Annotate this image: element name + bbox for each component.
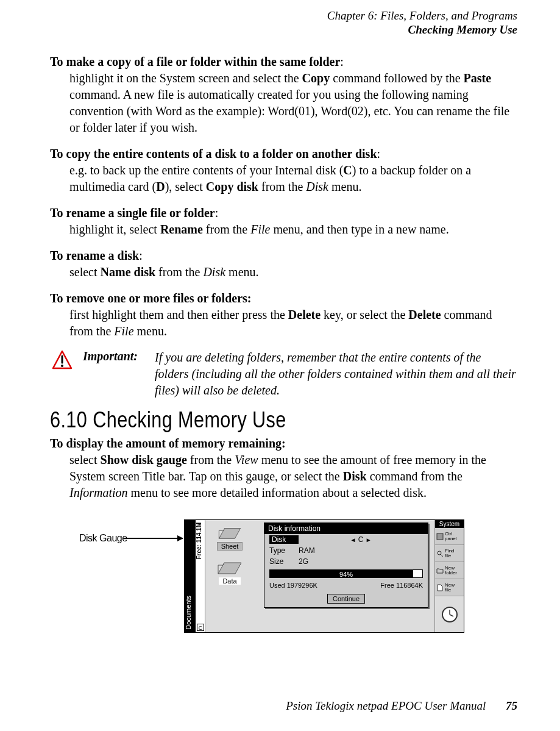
new-file-button[interactable]: New file [435, 579, 464, 596]
file-icon [436, 584, 444, 591]
svg-line-4 [441, 554, 443, 557]
paragraph-rename-file: To rename a single file or folder: highl… [50, 205, 517, 238]
paragraph-rename-disk: To rename a disk: select Name disk from … [50, 248, 517, 280]
right-arrow-icon[interactable]: ► [366, 537, 372, 543]
page-number: 75 [506, 699, 517, 712]
lead: To display the amount of memory remainin… [50, 437, 286, 450]
dialog-title: Disk information [264, 523, 428, 534]
sheet-label: Sheet [217, 542, 243, 551]
clock-icon[interactable] [435, 596, 464, 632]
important-label: Important: [83, 349, 146, 399]
body: e.g. to back up the entire contents of y… [69, 162, 517, 195]
arrow-icon [124, 538, 183, 539]
body: highlight it, select Rename from the Fil… [69, 221, 517, 238]
ctrl-panel-button[interactable]: Ctrl. panel [435, 528, 464, 545]
type-key: Type [269, 546, 299, 555]
type-value: RAM [299, 546, 315, 555]
find-file-button[interactable]: Find file [435, 545, 464, 562]
footer-title: Psion Teklogix netpad EPOC User Manual [286, 699, 486, 712]
data-label: Data [219, 577, 240, 585]
paragraph-copy-same-folder: To make a copy of a file or folder withi… [50, 54, 517, 136]
epoc-screenshot: Documents Free: 114.1M C Sheet Data [184, 519, 464, 633]
continue-button[interactable]: Continue [327, 594, 365, 604]
new-folder-button[interactable]: New folder [435, 562, 464, 579]
paragraph-display-memory: To display the amount of memory remainin… [50, 435, 517, 501]
drive-indicator: C [197, 624, 204, 631]
disk-selector[interactable]: ◄ C ► [299, 535, 423, 544]
important-text: If you are deleting folders, remember th… [155, 349, 517, 399]
folder-icon [436, 567, 444, 574]
svg-rect-2 [437, 533, 443, 540]
left-arrow-icon[interactable]: ◄ [350, 537, 356, 543]
system-header: System [435, 520, 464, 528]
body: select Show disk gauge from the View men… [69, 452, 517, 501]
page-content: To make a copy of a file or folder withi… [50, 54, 517, 519]
system-sidebar: System Ctrl. panel Find file New folder … [434, 520, 464, 632]
figure-label: Disk Gauge [79, 533, 127, 544]
body: select Name disk from the Disk menu. [69, 264, 517, 280]
documents-label: Documents [185, 594, 196, 630]
chapter-line: Chapter 6: Files, Folders, and Programs [327, 9, 517, 23]
svg-point-1 [61, 365, 63, 367]
paragraph-remove: To remove one or more files or folders: … [50, 290, 517, 340]
data-folder-icon[interactable]: Data [210, 559, 249, 585]
disk-key: Disk [269, 535, 299, 544]
lead: To rename a disk [50, 249, 139, 262]
usage-percent: 94% [270, 570, 422, 579]
section-line: Checking Memory Use [327, 23, 517, 37]
free-text: Free 116864K [380, 582, 423, 589]
gauge-text: Free: 114.1M [196, 522, 205, 560]
usage-bar: 94% [269, 569, 423, 578]
size-key: Size [269, 557, 299, 566]
find-icon [436, 550, 444, 557]
body: first highlight them and then either pre… [69, 307, 517, 340]
lead: To make a copy of a file or folder withi… [50, 55, 340, 68]
lead: To remove one or more files or folders: [50, 291, 252, 305]
size-value: 2G [299, 557, 308, 566]
documents-bar[interactable]: Documents [185, 520, 196, 632]
used-text: Used 1979296K [269, 582, 317, 589]
warning-icon [50, 349, 74, 399]
disk-gauge[interactable]: Free: 114.1M C [196, 520, 205, 632]
important-note: Important: If you are deleting folders, … [50, 349, 517, 399]
running-header: Chapter 6: Files, Folders, and Programs … [327, 9, 517, 37]
lead: To copy the entire contents of a disk to… [50, 147, 377, 160]
desktop-area: Sheet Data Disk information Disk ◄ C [205, 520, 434, 632]
paragraph-copy-disk: To copy the entire contents of a disk to… [50, 146, 517, 195]
disk-info-dialog: Disk information Disk ◄ C ► Type RAM [264, 522, 428, 608]
sheet-folder-icon[interactable]: Sheet [210, 525, 249, 551]
control-panel-icon [436, 533, 444, 540]
page-footer: Psion Teklogix netpad EPOC User Manual 7… [286, 699, 517, 713]
lead: To rename a single file or folder [50, 206, 215, 219]
body: highlight it on the System screen and se… [69, 70, 517, 136]
section-heading: 6.10 Checking Memory Use [50, 407, 447, 433]
